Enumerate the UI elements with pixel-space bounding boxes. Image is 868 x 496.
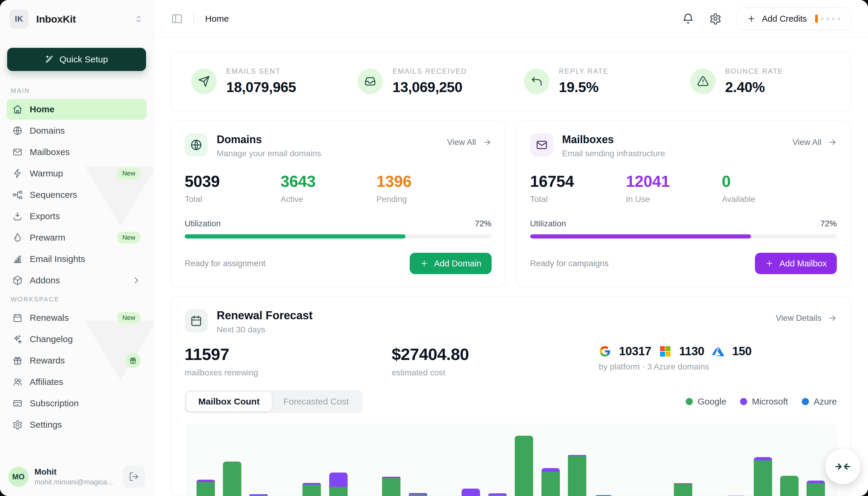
- sidebar-toggle-button[interactable]: [171, 13, 183, 25]
- chart-bar-column: [192, 480, 219, 496]
- chart-bar-column: [670, 483, 696, 496]
- azure-logo-icon: [712, 345, 724, 358]
- chart-bar[interactable]: [806, 481, 825, 496]
- user-profile[interactable]: MO Mohit mohit.mimani@magica...: [6, 462, 147, 489]
- credits-meter-segment: [826, 17, 829, 20]
- renewal-subtitle: Next 30 days: [217, 325, 312, 335]
- nav-section-label-workspace: WORKSPACE: [11, 295, 143, 303]
- bar-segment-google: [806, 483, 825, 496]
- sidebar-item-settings[interactable]: Settings: [6, 414, 147, 435]
- settings-button[interactable]: [709, 13, 722, 25]
- desktop-background: IK InboxKit Quick Setup MAINHomeDomainsM…: [0, 0, 868, 496]
- quick-setup-button[interactable]: Quick Setup: [7, 48, 146, 71]
- tab-mailbox-count[interactable]: Mailbox Count: [187, 392, 272, 412]
- sidebar-item-renewals[interactable]: RenewalsNew: [6, 307, 147, 328]
- chart-bar[interactable]: [196, 480, 215, 496]
- avatar: MO: [8, 467, 29, 487]
- mailboxes-progress-track: [530, 234, 837, 238]
- workspace-switcher[interactable]: IK InboxKit: [6, 8, 147, 38]
- stat-text: EMAILS SENT18,079,965: [226, 67, 296, 95]
- logout-icon: [129, 472, 139, 482]
- domains-footer-note: Ready for assignment: [184, 259, 266, 268]
- globe-icon: [184, 133, 208, 156]
- calendar-icon: [184, 309, 208, 332]
- arrow-right-icon: [483, 138, 492, 147]
- chart-bar[interactable]: [382, 477, 400, 496]
- chart-bar[interactable]: [515, 436, 533, 496]
- sparkles-icon: [13, 334, 22, 344]
- bar-segment-microsoft: [754, 457, 772, 460]
- chart-bar[interactable]: [754, 457, 772, 496]
- legend-label: Google: [697, 397, 726, 407]
- sidebar-item-label: Exports: [30, 211, 60, 221]
- sidebar-item-sequencers[interactable]: Sequencers: [6, 184, 147, 205]
- chart-bar[interactable]: [462, 489, 480, 496]
- stat-value: 2.40%: [725, 79, 783, 95]
- stat-text: EMAILS RECEIVED13,069,250: [392, 67, 467, 95]
- collapse-widget-button[interactable]: [825, 449, 860, 484]
- sidebar-item-addons[interactable]: Addons: [6, 270, 147, 291]
- card-stat-value: 3643: [280, 172, 376, 190]
- chart-bar-column: [776, 476, 802, 496]
- sidebar: IK InboxKit Quick Setup MAINHomeDomainsM…: [0, 0, 154, 496]
- sidebar-item-warmup[interactable]: WarmupNew: [6, 163, 147, 184]
- google-count: 10317: [619, 344, 651, 358]
- sidebar-item-exports[interactable]: Exports: [6, 206, 147, 227]
- settings-icon: [13, 420, 22, 430]
- sidebar-item-changelog[interactable]: Changelog: [6, 329, 147, 350]
- new-badge: New: [117, 312, 141, 324]
- sidebar-item-subscription[interactable]: Subscription: [6, 393, 147, 414]
- chart-bar[interactable]: [780, 476, 799, 496]
- card-stat-label: Total: [530, 195, 626, 204]
- chart-bar[interactable]: [303, 483, 321, 496]
- tab-forecasted-cost[interactable]: Forecasted Cost: [272, 392, 361, 412]
- notifications-button[interactable]: [682, 13, 694, 25]
- logout-button[interactable]: [123, 466, 145, 488]
- zap-icon: [13, 168, 22, 179]
- chart-bar-column: [245, 494, 272, 496]
- mailboxes-utilization-value: 72%: [820, 219, 837, 228]
- bar-segment-google: [303, 485, 321, 496]
- chart-bar[interactable]: [409, 493, 427, 496]
- sidebar-item-mailboxes[interactable]: Mailboxes: [6, 142, 147, 162]
- chart-bar[interactable]: [223, 462, 241, 496]
- chevrons-up-down-icon[interactable]: [133, 14, 144, 24]
- chart-bar[interactable]: [488, 493, 507, 496]
- stat-value: 18,079,965: [226, 79, 296, 95]
- new-badge: New: [117, 232, 141, 244]
- chart-bar[interactable]: [674, 483, 692, 496]
- sidebar-item-domains[interactable]: Domains: [6, 120, 147, 141]
- microsoft-logo-icon: [659, 345, 672, 358]
- chart-bars: [192, 435, 829, 496]
- gear-icon: [709, 13, 722, 25]
- add-domain-button[interactable]: Add Domain: [409, 253, 492, 274]
- credit-card-icon: [13, 398, 22, 408]
- sidebar-item-prewarm[interactable]: PrewarmNew: [6, 227, 147, 248]
- sidebar-item-rewards[interactable]: Rewards: [6, 350, 147, 371]
- add-mailbox-button[interactable]: Add Mailbox: [755, 253, 837, 274]
- calendar-icon: [13, 313, 22, 323]
- sidebar-item-home[interactable]: Home: [6, 99, 147, 120]
- chart-bar-column: [405, 493, 431, 496]
- topbar-actions: Add Credits: [682, 7, 851, 30]
- chart-bar[interactable]: [542, 468, 560, 496]
- estimated-cost-label: estimated cost: [391, 368, 598, 377]
- add-credits-button[interactable]: Add Credits: [737, 7, 851, 30]
- legend-item-google: Google: [686, 397, 726, 407]
- renewal-view-details-link[interactable]: View Details: [776, 313, 837, 323]
- chart-bar[interactable]: [568, 455, 586, 496]
- mailboxes-view-all-link[interactable]: View All: [792, 138, 837, 147]
- chart-bar[interactable]: [329, 472, 348, 496]
- chart-tabs: Mailbox Count Forecasted Cost: [184, 390, 363, 413]
- stat-value: 19.5%: [559, 79, 609, 95]
- arrow-right-icon: [828, 314, 837, 323]
- domains-view-all-link[interactable]: View All: [447, 138, 492, 147]
- domains-card: Domains Manage your email domains View A…: [171, 121, 505, 287]
- chart-bar-column: [458, 489, 484, 496]
- sidebar-item-email-insights[interactable]: Email Insights: [6, 249, 147, 269]
- renewal-forecast-card: Renewal Forecast Next 30 days View Detai…: [171, 296, 851, 496]
- chart-bar-column: [537, 468, 564, 496]
- quick-setup-label: Quick Setup: [59, 55, 108, 64]
- sidebar-item-affiliates[interactable]: Affiliates: [6, 372, 147, 392]
- chart-bar[interactable]: [250, 494, 268, 496]
